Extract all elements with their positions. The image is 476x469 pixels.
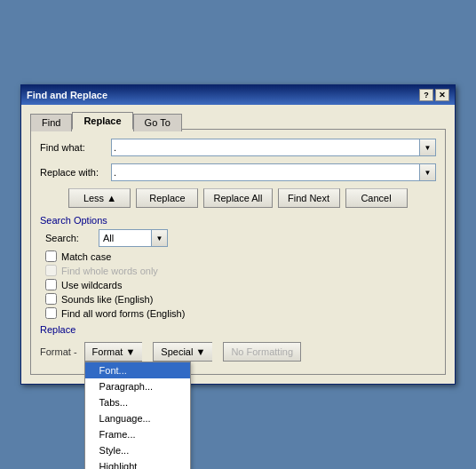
find-whole-words-checkbox[interactable] bbox=[45, 265, 57, 276]
replace-with-input-group: ▼ bbox=[111, 163, 436, 181]
checkbox-all-word-forms: Find all word forms (English) bbox=[45, 307, 436, 319]
cancel-button[interactable]: Cancel bbox=[345, 188, 408, 208]
bottom-toolbar: Format - Format ▼ Font... Paragraph... T… bbox=[40, 338, 436, 365]
find-what-label: Find what: bbox=[40, 142, 111, 153]
replace-link[interactable]: Replace bbox=[40, 324, 436, 335]
menu-item-paragraph[interactable]: Paragraph... bbox=[85, 378, 190, 394]
find-next-button[interactable]: Find Next bbox=[278, 188, 340, 208]
tab-panel: Find what: ▼ Replace with: ▼ Less ▲ Repl… bbox=[30, 129, 446, 375]
title-bar: Find and Replace ? ✕ bbox=[21, 85, 455, 105]
find-what-input[interactable] bbox=[111, 139, 420, 156]
tab-find[interactable]: Find bbox=[30, 114, 72, 131]
sounds-like-label: Sounds like (English) bbox=[61, 294, 153, 305]
find-whole-words-label: Find whole words only bbox=[61, 266, 158, 276]
match-case-label: Match case bbox=[61, 251, 111, 262]
tab-bar: Find Replace Go To bbox=[30, 112, 446, 130]
sounds-like-checkbox[interactable] bbox=[45, 293, 57, 305]
menu-item-frame[interactable]: Frame... bbox=[85, 426, 190, 442]
title-bar-buttons: ? ✕ bbox=[419, 89, 449, 101]
help-button[interactable]: ? bbox=[419, 89, 433, 101]
dialog-content: Find Replace Go To Find what: ▼ Replace … bbox=[21, 105, 455, 384]
special-split-btn: Special ▼ bbox=[153, 342, 212, 362]
checkbox-find-whole-words: Find whole words only bbox=[45, 265, 436, 276]
menu-item-style[interactable]: Style... bbox=[85, 442, 190, 458]
replace-all-button[interactable]: Replace All bbox=[203, 188, 272, 208]
checkbox-use-wildcards: Use wildcards bbox=[45, 279, 436, 290]
checkbox-sounds-like: Sounds like (English) bbox=[45, 293, 436, 305]
no-formatting-button[interactable]: No Formatting bbox=[223, 342, 301, 362]
find-what-input-group: ▼ bbox=[111, 139, 436, 156]
menu-item-language[interactable]: Language... bbox=[85, 410, 190, 426]
find-what-row: Find what: ▼ bbox=[40, 139, 436, 156]
search-label: Search: bbox=[45, 233, 99, 243]
find-replace-dialog: Find and Replace ? ✕ Find Replace Go To … bbox=[20, 84, 456, 385]
replace-with-input[interactable] bbox=[111, 163, 420, 181]
replace-with-row: Replace with: ▼ bbox=[40, 163, 436, 181]
search-row: Search: ▼ bbox=[45, 229, 436, 247]
find-what-dropdown-btn[interactable]: ▼ bbox=[420, 139, 436, 156]
replace-with-label: Replace with: bbox=[40, 167, 111, 178]
search-options-content: Search: ▼ Match case Find whole words on… bbox=[40, 229, 436, 319]
use-wildcards-checkbox[interactable] bbox=[45, 279, 57, 290]
use-wildcards-label: Use wildcards bbox=[61, 280, 122, 290]
tab-replace[interactable]: Replace bbox=[72, 112, 132, 130]
dialog-title: Find and Replace bbox=[27, 90, 107, 100]
search-input[interactable] bbox=[99, 229, 152, 247]
format-dropdown-menu: Font... Paragraph... Tabs... Language...… bbox=[84, 362, 191, 469]
replace-with-dropdown-btn[interactable]: ▼ bbox=[420, 163, 436, 181]
format-main-btn[interactable]: Format ▼ bbox=[84, 342, 143, 362]
close-button[interactable]: ✕ bbox=[435, 89, 449, 101]
menu-item-highlight[interactable]: Highlight bbox=[85, 458, 190, 469]
less-button[interactable]: Less ▲ bbox=[68, 188, 131, 208]
all-word-forms-checkbox[interactable] bbox=[45, 307, 57, 319]
match-case-checkbox[interactable] bbox=[45, 250, 57, 262]
menu-item-tabs[interactable]: Tabs... bbox=[85, 394, 190, 410]
replace-button[interactable]: Replace bbox=[136, 188, 198, 208]
special-main-btn[interactable]: Special ▼ bbox=[153, 342, 212, 362]
action-buttons-row: Less ▲ Replace Replace All Find Next Can… bbox=[40, 188, 436, 208]
menu-item-font[interactable]: Font... bbox=[85, 362, 190, 378]
search-dropdown: ▼ bbox=[99, 229, 168, 247]
tab-goto[interactable]: Go To bbox=[133, 114, 182, 131]
search-options-label[interactable]: Search Options bbox=[40, 215, 436, 226]
checkbox-match-case: Match case bbox=[45, 250, 436, 262]
format-split-btn: Format ▼ Font... Paragraph... Tabs... La… bbox=[84, 342, 143, 362]
all-word-forms-label: Find all word forms (English) bbox=[61, 308, 185, 319]
search-dropdown-btn[interactable]: ▼ bbox=[152, 229, 168, 247]
format-label: Format - bbox=[40, 346, 77, 357]
